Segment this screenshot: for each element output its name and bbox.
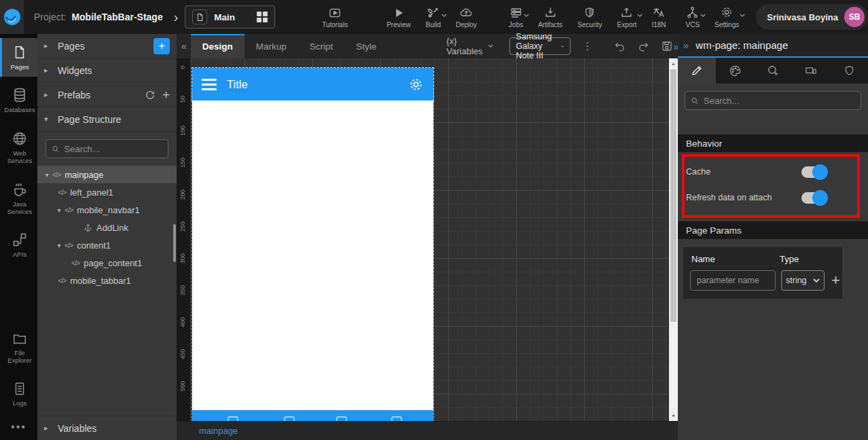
sidebar-item-databases[interactable]: Databases bbox=[0, 81, 37, 120]
panel-expand-icon[interactable]: » bbox=[683, 39, 689, 51]
tab-script[interactable]: Script bbox=[298, 34, 345, 58]
hamburger-icon[interactable] bbox=[202, 79, 217, 90]
mobile-navbar-widget[interactable]: Title bbox=[192, 68, 433, 100]
sidebar-item-web-services[interactable]: Web Services bbox=[0, 124, 37, 171]
section-pages[interactable]: ▸ Pages + bbox=[37, 34, 177, 58]
wavemaker-logo-icon bbox=[2, 7, 22, 27]
tree-search-input[interactable] bbox=[65, 144, 162, 154]
sidebar-logs-label: Logs bbox=[13, 399, 27, 407]
more-options-icon[interactable]: ⋮ bbox=[582, 42, 592, 50]
user-menu[interactable]: Srinivasa Boyina SB bbox=[756, 4, 868, 30]
wavemaker-studio: Project: MobileTabBar-Stage › Main Tutor… bbox=[0, 0, 868, 440]
undo-icon[interactable] bbox=[613, 41, 626, 52]
security-label: Security bbox=[577, 21, 602, 29]
scroll-down-icon[interactable]: ▼ bbox=[671, 411, 676, 421]
tree-item-mainpage[interactable]: ▾ </> mainpage bbox=[37, 166, 177, 183]
user-name: Srinivasa Boyina bbox=[767, 12, 838, 22]
add-parameter-button[interactable]: + bbox=[831, 272, 840, 289]
i18n-button[interactable]: I18N bbox=[651, 5, 666, 29]
preview-button[interactable]: Preview bbox=[386, 5, 411, 29]
tree-item-page-content1[interactable]: </> page_content1 bbox=[37, 254, 177, 272]
variables-collapse-icon: ▸ bbox=[44, 424, 51, 433]
scrollbar-thumb[interactable] bbox=[670, 69, 676, 322]
tab-events[interactable] bbox=[754, 58, 792, 84]
tab-styles[interactable] bbox=[716, 58, 754, 84]
jobs-button[interactable]: Jobs bbox=[509, 5, 523, 29]
scroll-up-icon[interactable]: ▲ bbox=[671, 58, 676, 69]
sidebar-item-logs[interactable]: Logs bbox=[0, 375, 37, 413]
settings-button[interactable]: Settings bbox=[715, 5, 739, 29]
tab-devices[interactable] bbox=[792, 58, 830, 84]
anchor-icon bbox=[84, 223, 92, 232]
properties-header: » wm-page: mainpage bbox=[678, 34, 868, 58]
preview-icon bbox=[393, 5, 405, 19]
tree-item-left-panel1[interactable]: </> left_panel1 bbox=[37, 183, 177, 201]
tree-item-addlink[interactable]: AddLink bbox=[37, 219, 177, 236]
tree-item-label: page_content1 bbox=[84, 258, 142, 268]
navbar-gear-icon[interactable] bbox=[408, 77, 424, 92]
tab-style[interactable]: Style bbox=[344, 34, 388, 58]
section-page-structure[interactable]: ▾ Page Structure bbox=[37, 107, 177, 132]
left-icon-bar: Pages Databases Web Services bbox=[0, 34, 37, 440]
left-panel-scrollbar[interactable] bbox=[173, 224, 176, 262]
content1-expand-icon[interactable]: ▾ bbox=[55, 242, 63, 249]
page-grid-icon[interactable] bbox=[257, 12, 268, 22]
collapse-left-panel-icon[interactable]: « bbox=[181, 41, 187, 52]
tab-security[interactable] bbox=[830, 58, 868, 84]
sidebar-item-file-explorer[interactable]: File Explorer bbox=[0, 325, 37, 371]
tree-item-mobile-navbar1[interactable]: ▾ </> mobile_navbar1 bbox=[37, 201, 177, 219]
section-widgets[interactable]: ▸ Widgets bbox=[37, 58, 177, 83]
prefabs-add-icon[interactable]: + bbox=[162, 88, 170, 103]
page-tab-mainpage[interactable]: mainpage bbox=[177, 426, 238, 436]
artifacts-button[interactable]: Artifacts bbox=[538, 5, 562, 29]
page-selector[interactable]: Main bbox=[185, 5, 275, 29]
phone-preview[interactable]: Title bbox=[192, 68, 433, 421]
deploy-button[interactable]: Deploy bbox=[456, 5, 477, 29]
mainpage-expand-icon[interactable]: ▾ bbox=[43, 171, 51, 179]
parameter-name-input[interactable] bbox=[690, 270, 776, 291]
project-chevron-icon[interactable]: › bbox=[174, 10, 179, 25]
save-icon[interactable] bbox=[661, 40, 673, 52]
sidebar-more-button[interactable]: ••• bbox=[0, 413, 37, 440]
add-page-button[interactable]: + bbox=[153, 38, 170, 54]
build-button[interactable]: Build bbox=[426, 5, 441, 29]
section-variables[interactable]: ▸ Variables bbox=[37, 416, 177, 440]
security-button[interactable]: Security bbox=[577, 5, 602, 29]
code-icon: </> bbox=[58, 188, 66, 196]
jobs-icon bbox=[509, 5, 523, 19]
refresh-data-toggle[interactable] bbox=[801, 192, 826, 204]
vcs-button[interactable]: VCS bbox=[686, 5, 700, 29]
sidebar-item-pages[interactable]: Pages bbox=[0, 38, 37, 77]
page-content-widget[interactable] bbox=[192, 100, 433, 410]
artifacts-label: Artifacts bbox=[538, 21, 562, 29]
tab-properties[interactable] bbox=[678, 58, 716, 84]
deploy-icon bbox=[459, 5, 473, 19]
sidebar-java-services-label: Java Services bbox=[3, 200, 36, 216]
tab-design[interactable]: Design bbox=[191, 34, 245, 58]
design-canvas[interactable]: 050100150200250300350400450500 Title bbox=[177, 58, 678, 421]
variables-dropdown[interactable]: {x} Variables bbox=[446, 36, 492, 56]
canvas-scrollbar[interactable]: ▲ ▼ bbox=[669, 58, 678, 421]
mobile-navbar1-expand-icon[interactable]: ▾ bbox=[55, 206, 63, 214]
settings-caret-icon bbox=[740, 14, 745, 18]
prefabs-refresh-icon[interactable] bbox=[145, 90, 156, 100]
redo-icon[interactable] bbox=[637, 41, 650, 52]
sidebar-item-java-services[interactable]: Java Services bbox=[0, 175, 37, 222]
tree-item-mobile-tabbar1[interactable]: </> mobile_tabbar1 bbox=[37, 272, 177, 289]
cache-toggle[interactable] bbox=[801, 166, 826, 178]
tutorials-label: Tutorials bbox=[322, 21, 348, 29]
wavemaker-logo[interactable] bbox=[0, 0, 24, 34]
properties-search-input[interactable] bbox=[704, 96, 855, 106]
export-button[interactable]: Export bbox=[617, 5, 636, 29]
parameter-type-select[interactable]: string bbox=[781, 270, 825, 291]
file-explorer-icon bbox=[12, 331, 28, 346]
project-label: Project: bbox=[34, 12, 66, 22]
section-prefabs[interactable]: ▸ Prefabs + bbox=[37, 83, 177, 107]
tree-item-content1[interactable]: ▾ </> content1 bbox=[37, 236, 177, 254]
tutorials-button[interactable]: Tutorials bbox=[322, 5, 348, 29]
sidebar-item-apis[interactable]: APIs bbox=[0, 225, 37, 264]
device-select[interactable]: Samsung Galaxy Note III bbox=[509, 37, 571, 55]
tab-markup[interactable]: Markup bbox=[245, 34, 298, 58]
refresh-data-label: Refresh data on attach bbox=[686, 193, 801, 202]
mobile-tabbar-widget[interactable] bbox=[192, 410, 433, 421]
